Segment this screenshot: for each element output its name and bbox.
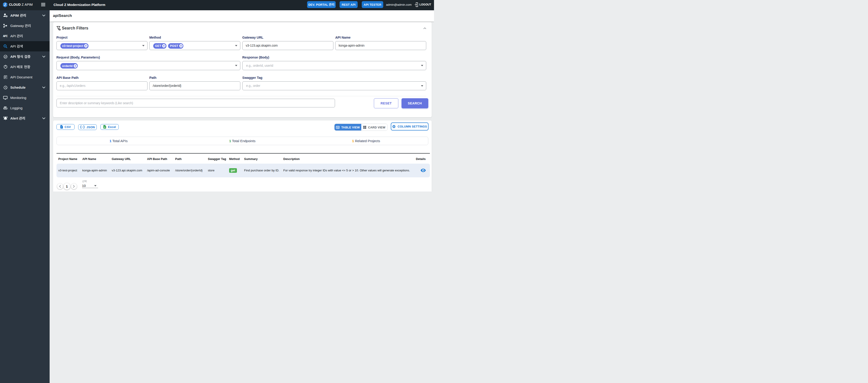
svg-text:X: X	[104, 126, 106, 128]
svg-text:API: API	[3, 35, 7, 37]
svg-text:Z: Z	[4, 2, 6, 6]
